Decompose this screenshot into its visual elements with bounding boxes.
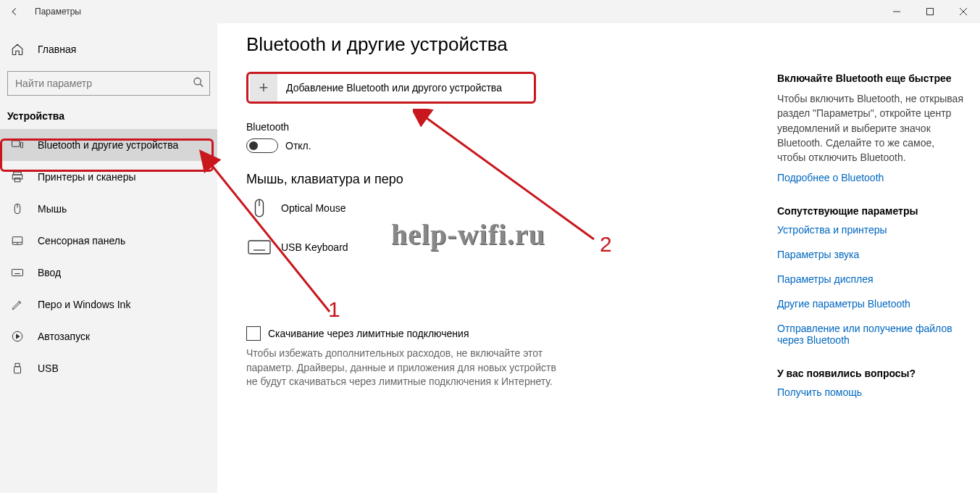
watermark: help-wifi.ru: [391, 218, 545, 252]
metered-download-row: Скачивание через лимитные подключения: [246, 326, 763, 341]
home-icon: [10, 42, 25, 57]
sidebar-category: Устройства: [0, 106, 217, 129]
sidebar-item-label: Сенсорная панель: [38, 235, 125, 246]
svg-marker-23: [17, 334, 20, 339]
search-box[interactable]: [7, 71, 210, 96]
minimize-button[interactable]: [880, 0, 913, 23]
annotation-1: 1: [328, 297, 340, 322]
svg-rect-28: [248, 241, 270, 254]
main-content: Bluetooth и другие устройства + Добавлен…: [246, 33, 763, 493]
device-item[interactable]: Optical Mouse: [246, 197, 763, 219]
sidebar-item-printers[interactable]: Принтеры и сканеры: [0, 161, 217, 193]
sidebar-item-mouse[interactable]: Мышь: [0, 193, 217, 225]
bluetooth-state: Откл.: [285, 140, 311, 152]
sidebar-item-pen[interactable]: Перо и Windows Ink: [0, 289, 217, 320]
sidebar-item-label: Перо и Windows Ink: [38, 299, 130, 310]
link-get-help[interactable]: Получить помощь: [777, 386, 966, 398]
metered-help-text: Чтобы избежать дополнительных расходов, …: [246, 347, 565, 389]
svg-rect-10: [14, 178, 20, 182]
link-bt-more[interactable]: Подробнее о Bluetooth: [777, 172, 966, 183]
svg-rect-6: [12, 141, 20, 146]
link-send-receive-bt[interactable]: Отправление или получение файлов через B…: [777, 323, 966, 346]
svg-rect-24: [15, 363, 20, 367]
annotation-2: 2: [600, 232, 612, 257]
device-label: Optical Mouse: [281, 202, 345, 214]
close-button[interactable]: [947, 0, 980, 23]
link-other-bt[interactable]: Другие параметры Bluetooth: [777, 298, 966, 310]
svg-rect-25: [14, 367, 21, 373]
sidebar-item-touchpad[interactable]: Сенсорная панель: [0, 225, 217, 257]
back-icon[interactable]: [7, 4, 22, 19]
usb-icon: [10, 361, 25, 376]
sidebar-home[interactable]: Главная: [0, 36, 217, 62]
section-mouse-keyboard: Мышь, клавиатура и перо: [246, 172, 763, 187]
plus-icon: +: [250, 74, 277, 102]
autoplay-icon: [10, 329, 25, 344]
rp-related-title: Сопутствующие параметры: [777, 205, 966, 217]
mouse-device-icon: [246, 197, 272, 219]
svg-rect-8: [14, 172, 22, 175]
rp-questions-title: У вас появились вопросы?: [777, 368, 966, 379]
add-device-label: Добавление Bluetooth или другого устройс…: [286, 82, 502, 94]
link-sound[interactable]: Параметры звука: [777, 249, 966, 260]
sidebar-item-usb[interactable]: USB: [0, 352, 217, 384]
metered-label: Скачивание через лимитные подключения: [268, 328, 469, 339]
add-device-button[interactable]: + Добавление Bluetooth или другого устро…: [246, 72, 536, 104]
mouse-icon: [10, 202, 25, 216]
titlebar: Параметры: [0, 0, 980, 23]
bluetooth-toggle-row: Откл.: [246, 138, 763, 153]
sidebar-item-autoplay[interactable]: Автозапуск: [0, 320, 217, 352]
maximize-button[interactable]: [913, 0, 947, 23]
bluetooth-label: Bluetooth: [246, 121, 763, 133]
svg-line-5: [200, 84, 203, 87]
sidebar-item-label: Мышь: [38, 203, 67, 215]
svg-point-4: [194, 78, 201, 85]
pen-icon: [10, 297, 25, 312]
sidebar-item-bluetooth[interactable]: Bluetooth и другие устройства: [0, 129, 217, 161]
svg-rect-7: [21, 142, 23, 148]
search-icon: [193, 77, 204, 91]
metered-checkbox[interactable]: [246, 326, 261, 341]
sidebar-item-typing[interactable]: Ввод: [0, 257, 217, 289]
sidebar: Главная Устройства Bluetooth и другие ус…: [0, 23, 217, 493]
keyboard-icon: [10, 265, 25, 280]
sidebar-home-label: Главная: [38, 44, 76, 55]
bluetooth-toggle[interactable]: [246, 138, 278, 153]
keyboard-device-icon: [246, 236, 272, 258]
sidebar-item-label: Bluetooth и другие устройства: [38, 139, 178, 151]
rp-bt-fast-text: Чтобы включить Bluetooth, не открывая ра…: [777, 91, 966, 165]
sidebar-item-label: Принтеры и сканеры: [38, 171, 135, 183]
sidebar-item-label: Ввод: [38, 267, 61, 278]
right-pane: Включайте Bluetooth еще быстрее Чтобы вк…: [777, 72, 966, 411]
window-title: Параметры: [35, 7, 81, 17]
touchpad-icon: [10, 233, 25, 248]
device-label: USB Keyboard: [281, 241, 348, 253]
search-input[interactable]: [7, 71, 210, 96]
svg-rect-16: [12, 270, 23, 276]
sidebar-item-label: USB: [38, 362, 59, 374]
svg-rect-1: [927, 9, 934, 15]
printer-icon: [10, 170, 25, 184]
window-controls: [880, 0, 980, 23]
devices-icon: [10, 138, 25, 152]
rp-bt-fast-title: Включайте Bluetooth еще быстрее: [777, 72, 966, 84]
svg-rect-9: [12, 175, 22, 179]
link-devices-printers[interactable]: Устройства и принтеры: [777, 224, 966, 236]
link-display[interactable]: Параметры дисплея: [777, 273, 966, 285]
page-title: Bluetooth и другие устройства: [246, 33, 763, 56]
sidebar-item-label: Автозапуск: [38, 331, 90, 342]
